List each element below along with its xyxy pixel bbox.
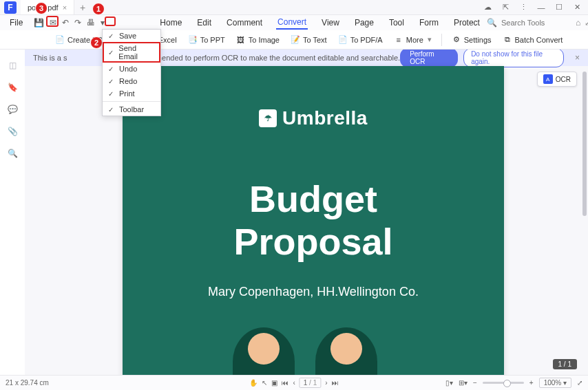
- annotation-badge-1: 1: [92, 3, 105, 15]
- tab-view[interactable]: View: [320, 17, 341, 29]
- dd-item-send-email[interactable]: ✓Send Email: [103, 42, 160, 63]
- tab-close-icon[interactable]: ×: [63, 3, 67, 12]
- tab-comment[interactable]: Comment: [225, 17, 264, 29]
- page-illustration: [123, 321, 504, 375]
- window-close-button[interactable]: ✕: [570, 2, 584, 13]
- document-tab[interactable]: posal.pdf ×: [21, 0, 74, 14]
- view-single-icon[interactable]: ▯▾: [445, 379, 453, 387]
- redo-icon[interactable]: ↷: [74, 17, 81, 28]
- qat-dropdown-trigger[interactable]: ▾: [101, 17, 105, 28]
- first-page-icon[interactable]: ⏮: [282, 379, 288, 387]
- doc-title-line2: Proposal: [123, 220, 504, 263]
- status-bar: 21 x 29.74 cm ✋ ↖ ▣ ⏮ ‹ 1 / 1 › ⏭ ▯▾ ⊞▾ …: [0, 375, 588, 390]
- to-image-button[interactable]: 🖼To Image: [232, 33, 284, 47]
- tab-form[interactable]: Form: [418, 17, 440, 29]
- new-tab-button[interactable]: +: [80, 2, 85, 13]
- print-icon[interactable]: 🖶: [87, 17, 95, 28]
- tab-page[interactable]: Page: [353, 17, 375, 29]
- fullscreen-icon[interactable]: ⤢: [577, 379, 582, 387]
- title-bar: F posal.pdf × + ☁ ⇱ ⋮ — ☐ ✕: [0, 0, 588, 15]
- tab-protect[interactable]: Protect: [452, 17, 481, 29]
- info-bar-text: This is a s mmended to perform OCR to ma…: [33, 54, 400, 62]
- more-button[interactable]: ≡More▾: [390, 33, 436, 47]
- annotation-badge-2: 2: [90, 36, 103, 49]
- undo-icon[interactable]: ↶: [62, 17, 69, 28]
- zoom-slider[interactable]: [483, 382, 524, 384]
- page-dimensions: 21 x 29.74 cm: [6, 379, 49, 387]
- settings-button[interactable]: ⚙Settings: [448, 33, 496, 47]
- dd-item-save[interactable]: ✓Save: [103, 30, 160, 42]
- qat-customize-menu: ✓Save ✓Send Email ✓Undo ✓Redo ✓Print ✓To…: [102, 29, 161, 116]
- vertical-scrollbar[interactable]: [581, 66, 588, 375]
- dd-item-toolbar[interactable]: ✓Toolbar: [103, 103, 160, 116]
- prev-page-icon[interactable]: ‹: [293, 379, 295, 387]
- page-number-input[interactable]: 1 / 1: [300, 378, 321, 388]
- attachments-icon[interactable]: 📎: [6, 125, 19, 138]
- search-icon: 🔍: [487, 18, 497, 28]
- doc-title-line1: Budget: [123, 177, 504, 220]
- perform-ocr-button[interactable]: Perform OCR: [400, 50, 458, 67]
- tab-convert[interactable]: Convert: [276, 16, 308, 30]
- zoom-value[interactable]: 100% ▾: [539, 378, 571, 388]
- dismiss-ocr-button[interactable]: Do not show for this file again.: [463, 50, 564, 67]
- bookmarks-icon[interactable]: 🔖: [6, 81, 19, 94]
- page-indicator: 1 / 1: [553, 359, 577, 369]
- dd-item-undo[interactable]: ✓Undo: [103, 63, 160, 75]
- page-canvas[interactable]: ☂ Umbrella Budget Proposal Mary Copenhag…: [123, 66, 504, 375]
- menu-tabs-row: Home Edit Comment Convert View Page Tool…: [158, 16, 481, 30]
- search-panel-icon[interactable]: 🔍: [6, 147, 19, 160]
- email-icon[interactable]: ✉: [50, 17, 56, 28]
- window-minimize-button[interactable]: —: [534, 2, 548, 13]
- info-bar-close-icon[interactable]: ×: [575, 53, 580, 63]
- expand-icon[interactable]: ⤢: [585, 18, 588, 28]
- to-text-button[interactable]: 📝To Text: [286, 33, 331, 47]
- app-logo: F: [4, 1, 17, 14]
- left-sidebar: ◫ 🔖 💬 📎 🔍: [0, 50, 25, 375]
- tab-tool[interactable]: Tool: [388, 17, 406, 29]
- dd-item-print[interactable]: ✓Print: [103, 87, 160, 100]
- cloud-sync-icon[interactable]: ☁: [481, 2, 494, 13]
- dd-item-redo[interactable]: ✓Redo: [103, 75, 160, 87]
- brand-logo-icon: ☂: [259, 109, 277, 127]
- file-menu[interactable]: File: [4, 17, 28, 29]
- comments-icon[interactable]: 💬: [6, 103, 19, 116]
- share-icon[interactable]: ⇱: [498, 2, 512, 13]
- next-page-icon[interactable]: ›: [325, 379, 327, 387]
- hand-tool-icon[interactable]: ✋: [249, 379, 258, 387]
- to-pdfa-button[interactable]: 📄To PDF/A: [334, 33, 387, 47]
- search-input[interactable]: [501, 19, 563, 27]
- batch-convert-button[interactable]: ⧉Batch Convert: [498, 33, 567, 47]
- select-tool-icon[interactable]: ↖: [262, 379, 267, 387]
- doc-subtitle: Mary Copenhagen, HH.Wellington Co.: [123, 285, 504, 299]
- home-icon[interactable]: ⌂: [576, 18, 580, 28]
- annotation-badge-3: 3: [35, 2, 48, 14]
- to-ppt-button[interactable]: 📑To PPT: [184, 33, 229, 47]
- quick-access-toolbar: File 💾 ✉ ↶ ↷ 🖶 ▾ Home Edit Comment Conve…: [0, 15, 588, 30]
- ocr-chip[interactable]: AOCR: [537, 72, 577, 87]
- last-page-icon[interactable]: ⏭: [332, 379, 339, 387]
- zoom-in-icon[interactable]: +: [529, 379, 534, 387]
- kebab-menu-icon[interactable]: ⋮: [516, 2, 530, 13]
- thumbnails-icon[interactable]: ◫: [6, 59, 19, 72]
- view-fit-icon[interactable]: ⊞▾: [459, 379, 468, 387]
- save-icon[interactable]: 💾: [34, 17, 44, 28]
- ribbon-toolbar: 📄Create PDF▾ 📊To Excel 📑To PPT 🖼To Image…: [0, 30, 588, 50]
- tab-home[interactable]: Home: [158, 17, 183, 29]
- read-mode-icon[interactable]: ▣: [271, 379, 277, 387]
- brand-name: Umbrella: [282, 107, 368, 129]
- window-maximize-button[interactable]: ☐: [552, 2, 566, 13]
- tab-edit[interactable]: Edit: [196, 17, 213, 29]
- zoom-out-icon[interactable]: −: [473, 379, 477, 387]
